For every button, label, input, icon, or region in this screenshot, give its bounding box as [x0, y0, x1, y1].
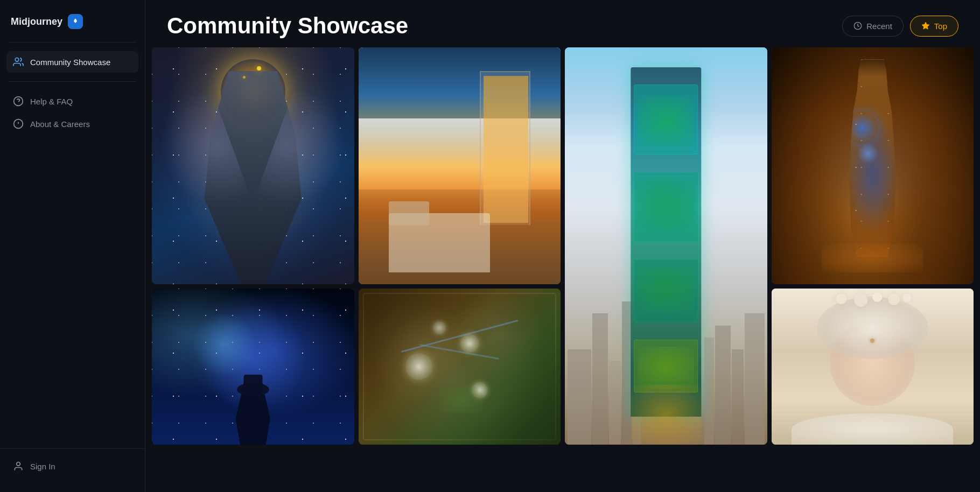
- svg-point-1: [15, 58, 19, 62]
- sidebar-community-label: Community Showcase: [30, 58, 110, 67]
- recent-label: Recent: [866, 22, 892, 31]
- gallery-image-space-cowboy[interactable]: [152, 289, 354, 445]
- star-icon: [921, 22, 930, 30]
- gallery-column-0: [152, 47, 354, 445]
- rocket-icon: [68, 14, 83, 29]
- sidebar-header: Midjourney: [0, 9, 145, 38]
- sidebar-item-sign-in[interactable]: Sign In: [6, 455, 138, 477]
- info-icon: [13, 118, 24, 129]
- community-icon: [13, 57, 24, 67]
- gallery-image-fantasy-map[interactable]: [359, 289, 561, 445]
- sidebar-item-about-careers[interactable]: About & Careers: [6, 113, 138, 135]
- help-icon: [13, 96, 24, 107]
- gallery: [145, 47, 980, 492]
- main-content: Community Showcase Recent Top: [145, 0, 980, 492]
- top-label: Top: [934, 22, 947, 31]
- app-title: Midjourney: [11, 16, 62, 27]
- sidebar-item-community-showcase[interactable]: Community Showcase: [6, 51, 138, 73]
- sidebar-about-label: About & Careers: [30, 120, 90, 129]
- sidebar-item-help-faq[interactable]: Help & FAQ: [6, 90, 138, 112]
- sidebar-nav: Community Showcase: [0, 47, 145, 77]
- header-actions: Recent Top: [842, 16, 958, 37]
- sidebar: Midjourney Community Showcase: [0, 0, 145, 492]
- sidebar-bottom: Sign In: [0, 448, 145, 483]
- top-button[interactable]: Top: [910, 16, 958, 37]
- sidebar-divider-2: [9, 81, 136, 82]
- sidebar-nav-2: Help & FAQ About & Careers: [0, 86, 145, 139]
- gallery-image-zeus[interactable]: [152, 47, 354, 284]
- svg-point-0: [75, 20, 76, 22]
- sidebar-divider: [9, 42, 136, 43]
- page-title: Community Showcase: [167, 13, 408, 39]
- gallery-image-bedroom[interactable]: [359, 47, 561, 284]
- svg-marker-9: [922, 22, 929, 29]
- clock-icon: [853, 22, 862, 30]
- user-icon: [13, 461, 24, 472]
- gallery-image-bottle-galaxy[interactable]: [772, 47, 974, 284]
- gallery-grid: [152, 47, 974, 445]
- main-header: Community Showcase Recent Top: [145, 0, 980, 47]
- gallery-column-3: [772, 47, 974, 445]
- gallery-column-2: [565, 47, 767, 445]
- sidebar-help-label: Help & FAQ: [30, 97, 73, 106]
- recent-button[interactable]: Recent: [842, 16, 904, 37]
- gallery-image-aqua-tower[interactable]: [565, 47, 767, 445]
- gallery-column-1: [359, 47, 561, 445]
- sign-in-label: Sign In: [30, 462, 55, 471]
- gallery-image-portrait[interactable]: [772, 289, 974, 445]
- svg-point-7: [17, 462, 20, 466]
